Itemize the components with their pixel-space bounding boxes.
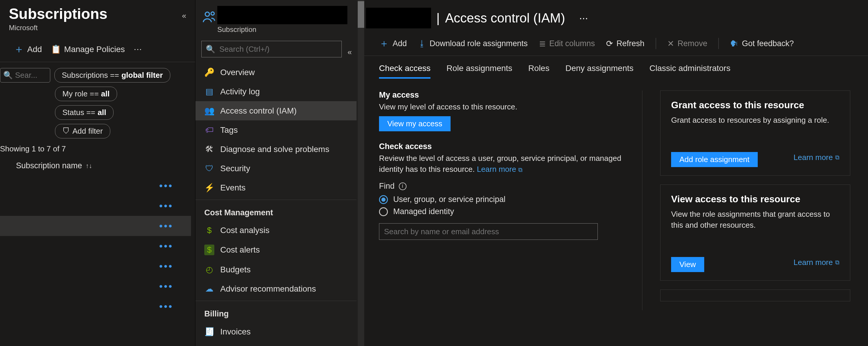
learn-more-label: Learn more [794,153,833,162]
filter-subscriptions-prefix: Subscriptions == [62,71,119,80]
subscriptions-search-input[interactable]: 🔍 [0,68,50,83]
add-label: Add [27,45,42,54]
row-menu-icon[interactable]: ••• [159,220,173,232]
filter-subscriptions-value: global filter [122,71,163,80]
add-role-assignment-button[interactable]: Add role assignment [671,152,758,167]
row-menu-icon[interactable]: ••• [159,241,173,252]
my-access-desc: View my level of access to this resource… [379,101,624,112]
budget-icon: ◴ [204,265,214,275]
nav-cost-analysis[interactable]: $Cost analysis [195,221,356,240]
edit-columns-button[interactable]: ≣Edit columns [539,39,595,49]
nav-partner-info[interactable]: 👤Partner information [195,341,356,346]
radio-managed-identity[interactable]: Managed identity [379,207,624,216]
add-filter-chip[interactable]: ⛉ Add filter [55,124,110,138]
row-menu-icon[interactable]: ••• [159,180,173,192]
tab-role-assignments[interactable]: Role assignments [446,64,513,78]
row-menu-icon[interactable]: ••• [159,260,173,272]
nav-tags[interactable]: 🏷Tags [195,120,356,139]
download-icon: ⭳ [418,39,426,48]
more-menu-icon[interactable]: ⋯ [579,13,588,23]
info-icon[interactable]: i [399,183,406,190]
principal-search[interactable] [379,223,598,240]
nav-events[interactable]: ⚡Events [195,178,356,197]
card-view-heading: View access to this resource [671,194,839,205]
nav-advisor[interactable]: ☁Advisor recommendations [195,279,356,298]
learn-more-link[interactable]: Learn more ⧉ [794,258,839,267]
filter-role-chip[interactable]: My role == all [55,87,117,101]
row-menu-icon[interactable]: ••• [159,200,173,212]
learn-more-link[interactable]: Learn more ⧉ [794,153,839,162]
tab-deny-assignments[interactable]: Deny assignments [565,64,633,78]
filter-subscriptions-chip[interactable]: Subscriptions == global filter [54,68,170,83]
tab-classic-admins[interactable]: Classic administrators [650,64,731,78]
manage-policies-label: Manage Policies [64,45,125,54]
page-title: Access control (IAM) [445,11,565,25]
table-row[interactable]: ••• [0,296,191,316]
search-icon: 🔍 [206,45,215,54]
collapse-subscriptions-icon[interactable]: « [182,5,186,32]
external-icon: ⧉ [835,154,839,161]
refresh-icon: ⟳ [606,39,613,49]
nav-diagnose[interactable]: 🛠Diagnose and solve problems [195,139,356,159]
nav-budgets[interactable]: ◴Budgets [195,260,356,279]
subscriptions-panel: Subscriptions Microsoft « ＋ Add 📋 Manage… [0,0,195,346]
table-row[interactable]: ••• [0,196,191,216]
key-icon: 🔑 [204,67,214,77]
refresh-button[interactable]: ⟳Refresh [606,39,645,49]
filter-status-chip[interactable]: Status == all [55,105,114,120]
feedback-icon: 🗣 [730,39,738,49]
nav-security[interactable]: 🛡Security [195,159,356,178]
row-menu-icon[interactable]: ••• [159,301,173,312]
manage-policies-button[interactable]: 📋 Manage Policies [51,44,125,54]
nav-overview[interactable]: 🔑Overview [195,63,356,82]
feedback-label: Got feedback? [742,39,794,48]
scrollbar-thumb[interactable] [358,1,364,28]
row-menu-icon[interactable]: ••• [159,281,173,292]
people-icon: 👥 [204,106,214,116]
add-subscription-button[interactable]: ＋ Add [13,42,42,57]
table-row[interactable]: ••• [0,176,191,196]
table-row[interactable]: ••• [0,236,191,256]
resource-search-input[interactable] [219,45,337,54]
resource-nav-panel: Subscription 🔍 « 🔑Overview ▤Activity log… [195,0,358,346]
nav-access-control[interactable]: 👥Access control (IAM) [195,101,356,120]
scrollbar[interactable] [358,0,364,346]
card-grant-access: Grant access to this resource Grant acce… [660,91,850,176]
column-header-name[interactable]: Subscription name ↑↓ [0,156,191,174]
view-my-access-button[interactable]: View my access [379,116,451,131]
resource-search[interactable]: 🔍 [201,41,342,57]
subscriptions-search-field[interactable] [15,71,48,80]
subscriptions-title: Subscriptions [9,5,107,23]
nav-label: Invoices [220,327,251,337]
view-access-button[interactable]: View [671,257,704,272]
tab-roles[interactable]: Roles [528,64,550,78]
separator [718,38,719,49]
nav-cost-alerts[interactable]: $Cost alerts [195,240,356,260]
learn-more-label: Learn more [477,165,516,174]
filter-status-value: all [98,108,106,117]
clipboard-icon: 📋 [51,44,61,54]
collapse-resource-nav-icon[interactable]: « [348,42,352,57]
tag-icon: 🏷 [204,125,214,135]
learn-more-link[interactable]: Learn more ⧉ [477,165,522,174]
radio-user-group[interactable]: User, group, or service principal [379,195,624,204]
remove-button[interactable]: ✕Remove [667,39,708,49]
table-row[interactable]: ••• [0,216,191,236]
nav-invoices[interactable]: 🧾Invoices [195,322,356,341]
subscriptions-subtitle: Microsoft [9,24,107,32]
nav-label: Diagnose and solve problems [220,145,329,154]
download-role-assignments-button[interactable]: ⭳Download role assignments [418,39,528,48]
nav-activity-log[interactable]: ▤Activity log [195,82,356,101]
table-row[interactable]: ••• [0,256,191,276]
tab-check-access[interactable]: Check access [379,64,430,78]
check-access-heading: Check access [379,142,624,151]
filter-role-value: all [101,89,110,98]
feedback-button[interactable]: 🗣Got feedback? [730,39,794,49]
more-actions-button[interactable]: ⋯ [134,44,143,54]
principal-search-input[interactable] [384,227,593,236]
table-row[interactable]: ••• [0,276,191,296]
radio-user-label: User, group, or service principal [393,195,505,204]
learn-more-label: Learn more [794,258,833,267]
card-view-access: View access to this resource View the ro… [660,185,850,281]
add-button[interactable]: ＋Add [379,37,407,50]
